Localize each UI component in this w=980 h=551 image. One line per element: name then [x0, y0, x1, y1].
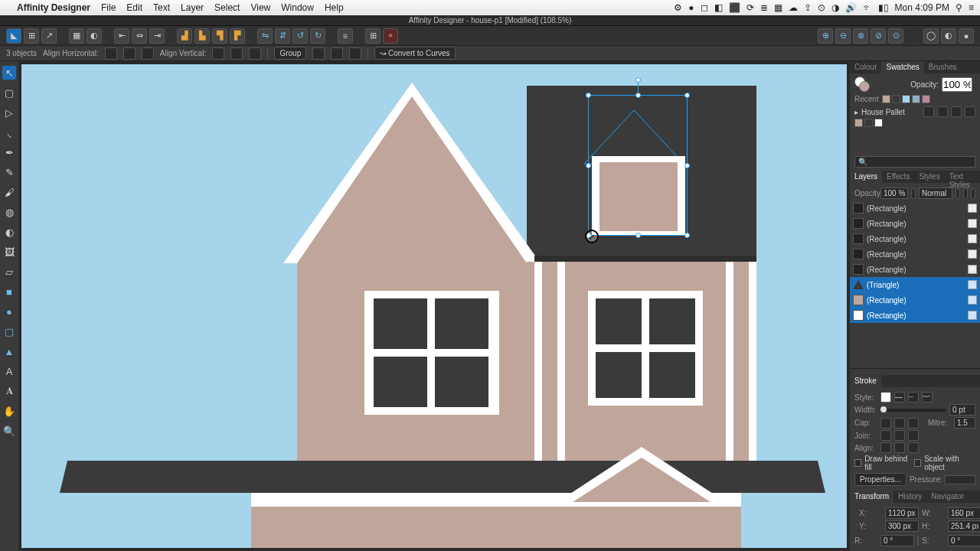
- ctx-icon[interactable]: [331, 47, 343, 60]
- menu-window[interactable]: Window: [281, 2, 314, 13]
- snap-icon[interactable]: ⌖: [383, 28, 398, 44]
- palette-menu-icon[interactable]: [965, 106, 975, 117]
- properties-button[interactable]: Properties...: [854, 473, 906, 486]
- canvas-area[interactable]: ⤢: [18, 61, 850, 551]
- layer-visibility-checkbox[interactable]: [968, 234, 977, 243]
- lock-icon[interactable]: [971, 188, 975, 199]
- layer-row[interactable]: (Rectangle): [850, 292, 980, 308]
- triangle-tool-icon[interactable]: ▲: [2, 344, 16, 358]
- cap-square-icon[interactable]: [908, 418, 919, 429]
- w-input[interactable]: [948, 507, 980, 519]
- tab-stroke[interactable]: Stroke: [850, 375, 881, 387]
- mitre-input[interactable]: [954, 417, 975, 429]
- tab-history[interactable]: History: [893, 491, 926, 503]
- layer-row[interactable]: (Rectangle): [850, 246, 980, 262]
- layer-row[interactable]: (Rectangle): [850, 201, 980, 216]
- convert-to-curves-button[interactable]: ↝ Convert to Curves: [374, 47, 455, 60]
- status-icon[interactable]: ⚙: [674, 2, 682, 13]
- handle-s[interactable]: [635, 233, 641, 238]
- arrange-icon[interactable]: ▛: [230, 28, 245, 44]
- align-left-button[interactable]: [105, 47, 117, 60]
- layer-row[interactable]: (Triangle): [850, 277, 980, 292]
- selection-box[interactable]: [588, 95, 688, 236]
- join-round-icon[interactable]: [894, 430, 905, 441]
- layer-visibility-checkbox[interactable]: [968, 249, 977, 259]
- align-right-button[interactable]: [142, 47, 154, 60]
- handle-ne[interactable]: [684, 93, 690, 98]
- join-miter-icon[interactable]: [880, 430, 891, 441]
- tab-styles[interactable]: Styles: [914, 171, 944, 183]
- ellipse-tool-icon[interactable]: ●: [2, 305, 16, 318]
- palette-swatch[interactable]: [854, 119, 863, 127]
- place-image-icon[interactable]: 🖼: [2, 245, 16, 259]
- tab-transform[interactable]: Transform: [850, 491, 893, 503]
- layer-opacity-input[interactable]: [880, 187, 908, 199]
- handle-e[interactable]: [684, 163, 690, 168]
- menu-text[interactable]: Text: [153, 2, 170, 13]
- recent-swatch[interactable]: [912, 95, 920, 103]
- gear-icon[interactable]: [963, 188, 968, 199]
- canvas[interactable]: ⤢: [21, 64, 847, 548]
- blend-mode-select[interactable]: [919, 187, 952, 199]
- boolean-intersect-icon[interactable]: ⊗: [853, 28, 868, 44]
- cap-butt-icon[interactable]: [880, 418, 891, 429]
- align-outside-icon[interactable]: [908, 442, 919, 453]
- layer-visibility-checkbox[interactable]: [968, 311, 977, 320]
- handle-se[interactable]: [684, 233, 690, 238]
- move-tool-icon[interactable]: ↖: [2, 66, 16, 80]
- menu-file[interactable]: File: [101, 2, 116, 13]
- status-icon[interactable]: ≣: [760, 2, 768, 13]
- status-icon[interactable]: ◻: [701, 2, 708, 13]
- align-bottom-button[interactable]: [249, 47, 261, 60]
- status-icon[interactable]: ●: [688, 2, 694, 13]
- clock[interactable]: Mon 4:09 PM: [895, 2, 949, 13]
- dropbox-icon[interactable]: ⇪: [804, 2, 812, 13]
- recent-swatch[interactable]: [902, 95, 910, 103]
- persona-vector-icon[interactable]: ◣: [6, 28, 21, 44]
- layer-visibility-checkbox[interactable]: [968, 280, 977, 289]
- status-icon[interactable]: ◑: [831, 2, 839, 13]
- rectangle-tool-icon[interactable]: ■: [2, 285, 16, 298]
- wifi-icon[interactable]: ᯤ: [863, 2, 872, 13]
- dropdown-icon[interactable]: [911, 188, 916, 199]
- status-icon[interactable]: ⟳: [746, 2, 754, 13]
- stroke-brush-icon[interactable]: 〰: [922, 392, 933, 403]
- ctx-icon[interactable]: [312, 47, 325, 60]
- recent-swatch[interactable]: [882, 95, 890, 103]
- join-bevel-icon[interactable]: [908, 430, 919, 441]
- palette-menu-icon[interactable]: [937, 106, 948, 117]
- palette-menu-icon[interactable]: [951, 106, 962, 117]
- battery-icon[interactable]: ▮▯: [878, 2, 889, 13]
- status-icon[interactable]: ☁: [789, 2, 798, 13]
- stroke-swatch[interactable]: [859, 81, 870, 92]
- recent-swatch[interactable]: [922, 95, 930, 103]
- handle-w[interactable]: [586, 163, 591, 168]
- distribute-icon[interactable]: ≡: [338, 28, 353, 44]
- tab-text-styles[interactable]: Text Styles: [945, 171, 980, 183]
- layer-visibility-checkbox[interactable]: [968, 219, 977, 228]
- volume-icon[interactable]: 🔊: [845, 2, 857, 13]
- boolean-add-icon[interactable]: ⊕: [818, 28, 833, 44]
- handle-n[interactable]: [635, 93, 641, 98]
- view-icon[interactable]: ◐: [941, 28, 956, 44]
- palette-swatch[interactable]: [864, 119, 873, 127]
- ctx-icon[interactable]: [349, 47, 361, 60]
- h-input[interactable]: [948, 520, 980, 532]
- cap-round-icon[interactable]: [894, 418, 905, 429]
- fill-tool-icon[interactable]: ◍: [2, 205, 16, 219]
- width-value[interactable]: [949, 404, 975, 416]
- artboard-tool-icon[interactable]: ▢: [2, 86, 16, 99]
- layer-row[interactable]: (Rectangle): [850, 216, 980, 231]
- tab-colour[interactable]: Colour: [850, 61, 881, 73]
- x-input[interactable]: [885, 507, 919, 519]
- notification-icon[interactable]: ≡: [969, 2, 974, 13]
- menu-view[interactable]: View: [250, 2, 270, 13]
- status-icon[interactable]: ⊙: [818, 2, 825, 13]
- brush-tool-icon[interactable]: 🖌: [2, 185, 16, 199]
- transparency-tool-icon[interactable]: ◐: [2, 225, 16, 239]
- y-input[interactable]: [885, 520, 919, 532]
- boolean-divide-icon[interactable]: ⊘: [871, 28, 886, 44]
- tab-navigator[interactable]: Navigator: [926, 491, 969, 503]
- align-icon[interactable]: ⇤: [114, 28, 129, 44]
- align-top-button[interactable]: [212, 47, 224, 60]
